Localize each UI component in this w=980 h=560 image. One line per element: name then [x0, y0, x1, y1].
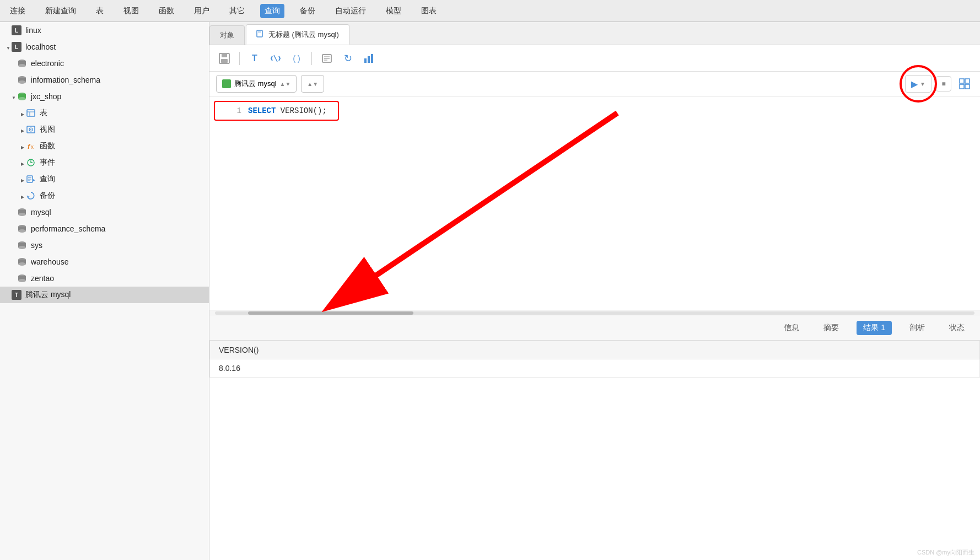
- svg-rect-58: [965, 79, 970, 83]
- sidebar-item-event[interactable]: 事件: [0, 154, 209, 171]
- sidebar-item-linux[interactable]: L linux: [0, 22, 209, 39]
- results-tab-profile[interactable]: 剖析: [903, 321, 931, 335]
- code-line-1: 1 SELECT VERSION();: [219, 104, 333, 117]
- svg-point-9: [18, 80, 26, 84]
- db-selector-label: 腾讯云 mysql: [234, 79, 277, 89]
- svg-point-38: [18, 262, 26, 266]
- sidebar-item-backup[interactable]: 备份: [0, 187, 209, 204]
- toolbar-divider-2: [311, 52, 312, 65]
- tab-bar: 对象 无标题 (腾讯云 mysql): [209, 22, 980, 45]
- menu-other[interactable]: 其它: [225, 4, 249, 18]
- sidebar-item-view[interactable]: 视图: [0, 121, 209, 138]
- svg-marker-26: [33, 179, 35, 181]
- sidebar-item-jxc-shop[interactable]: jxc_shop: [0, 88, 209, 105]
- svg-point-12: [18, 97, 26, 100]
- menu-function[interactable]: 函数: [154, 4, 179, 18]
- sidebar-item-sys[interactable]: sys: [0, 237, 209, 254]
- results-tab-info[interactable]: 信息: [777, 321, 806, 335]
- svg-rect-60: [965, 84, 970, 89]
- db-icon-info: [17, 74, 28, 85]
- results-tab-result1[interactable]: 结果 1: [857, 321, 892, 335]
- sidebar-label-zentao: zentao: [31, 274, 203, 283]
- view-icon: [25, 124, 36, 135]
- paren-button[interactable]: ( ): [288, 50, 305, 67]
- tree-arrow-event: [20, 158, 25, 167]
- sql-format-button[interactable]: T: [246, 50, 263, 67]
- sidebar-item-mysql[interactable]: mysql: [0, 204, 209, 220]
- tab-query-label: 无标题 (腾讯云 mysql): [268, 30, 339, 40]
- menu-connect[interactable]: 连接: [6, 4, 30, 18]
- play-icon: ▶: [911, 79, 918, 89]
- code-box[interactable]: 1 SELECT VERSION();: [214, 101, 339, 121]
- sidebar-item-warehouse[interactable]: warehouse: [0, 254, 209, 270]
- sidebar-item-query[interactable]: 查询: [0, 171, 209, 187]
- sidebar-label-perf: performance_schema: [31, 224, 203, 233]
- stop-icon: ■: [941, 80, 945, 88]
- beautify-button[interactable]: [267, 50, 284, 67]
- toolbar-divider-1: [239, 52, 240, 65]
- history-button[interactable]: ↻: [340, 50, 356, 67]
- run-button[interactable]: ▶ ▼: [905, 75, 931, 93]
- event-icon: [25, 157, 36, 168]
- stop-button[interactable]: ■: [936, 76, 951, 91]
- sidebar-item-table[interactable]: 表: [0, 105, 209, 121]
- red-arrow-annotation: [209, 96, 980, 316]
- menu-user[interactable]: 用户: [190, 4, 214, 18]
- menu-chart[interactable]: 图表: [417, 4, 441, 18]
- svg-rect-59: [960, 84, 964, 89]
- sidebar-item-tencent[interactable]: T 腾讯云 mysql: [0, 287, 209, 303]
- menu-view[interactable]: 视图: [119, 4, 143, 18]
- sidebar: L linux L localhost electronic info: [0, 22, 209, 560]
- horizontal-scrollbar[interactable]: [209, 310, 980, 316]
- menu-model[interactable]: 模型: [381, 4, 406, 18]
- query-controls-bar: 腾讯云 mysql ▲▼ ▲▼ ▶ ▼ ■: [209, 72, 980, 96]
- sidebar-item-function[interactable]: fx 函数: [0, 138, 209, 154]
- menu-autorun[interactable]: 自动运行: [331, 4, 370, 18]
- svg-text:T: T: [15, 292, 18, 298]
- tab-object[interactable]: 对象: [209, 25, 245, 45]
- sidebar-item-electronic[interactable]: electronic: [0, 55, 209, 72]
- grid-button[interactable]: [956, 75, 973, 93]
- sidebar-label-info: information_schema: [31, 76, 203, 84]
- column-header-version: VERSION(): [210, 341, 980, 359]
- menu-query[interactable]: 查询: [260, 4, 284, 18]
- db-selector[interactable]: 腾讯云 mysql ▲▼: [216, 75, 297, 93]
- explain-button[interactable]: [319, 50, 335, 67]
- function-icon: fx: [25, 141, 36, 152]
- table-row: 8.0.16: [210, 359, 980, 377]
- sidebar-label-table: 表: [40, 108, 203, 118]
- svg-point-29: [18, 213, 26, 216]
- query-icon: [25, 174, 36, 185]
- tree-arrow-query: [20, 175, 25, 184]
- chart-button[interactable]: [360, 50, 377, 67]
- run-btn-area: ▶ ▼: [905, 75, 931, 93]
- sidebar-item-information-schema[interactable]: information_schema: [0, 72, 209, 88]
- menu-table[interactable]: 表: [91, 4, 108, 18]
- query-selector[interactable]: ▲▼: [301, 75, 324, 93]
- db-selector-icon: [222, 79, 231, 88]
- right-panel: 对象 无标题 (腾讯云 mysql) T ( ) ↻: [209, 22, 980, 560]
- sidebar-item-performance[interactable]: performance_schema: [0, 220, 209, 237]
- backup-icon: [25, 190, 36, 201]
- results-tab-status[interactable]: 状态: [943, 321, 971, 335]
- sidebar-label-query: 查询: [40, 174, 203, 184]
- menu-new-query[interactable]: 新建查询: [41, 4, 80, 18]
- results-table-area: VERSION() 8.0.16: [209, 341, 980, 561]
- svg-point-18: [30, 129, 31, 130]
- editor-area: 1 SELECT VERSION();: [209, 96, 980, 316]
- menu-backup[interactable]: 备份: [295, 4, 320, 18]
- cell-version-value: 8.0.16: [210, 359, 980, 377]
- table-header-row: VERSION(): [210, 341, 980, 359]
- svg-rect-56: [371, 54, 373, 63]
- save-button[interactable]: [216, 50, 233, 67]
- sidebar-item-localhost[interactable]: L localhost: [0, 39, 209, 55]
- svg-text:L: L: [15, 28, 18, 34]
- results-tabbar: 信息 摘要 结果 1 剖析 状态: [209, 316, 980, 341]
- sidebar-item-zentao[interactable]: zentao: [0, 270, 209, 287]
- results-tab-summary[interactable]: 摘要: [817, 321, 846, 335]
- svg-rect-48: [221, 59, 228, 63]
- db-selector-chevron: ▲▼: [280, 81, 291, 87]
- sidebar-label-view: 视图: [40, 125, 203, 134]
- tab-query[interactable]: 无标题 (腾讯云 mysql): [246, 24, 349, 45]
- watermark: CSDN @my向阳而生: [917, 548, 974, 557]
